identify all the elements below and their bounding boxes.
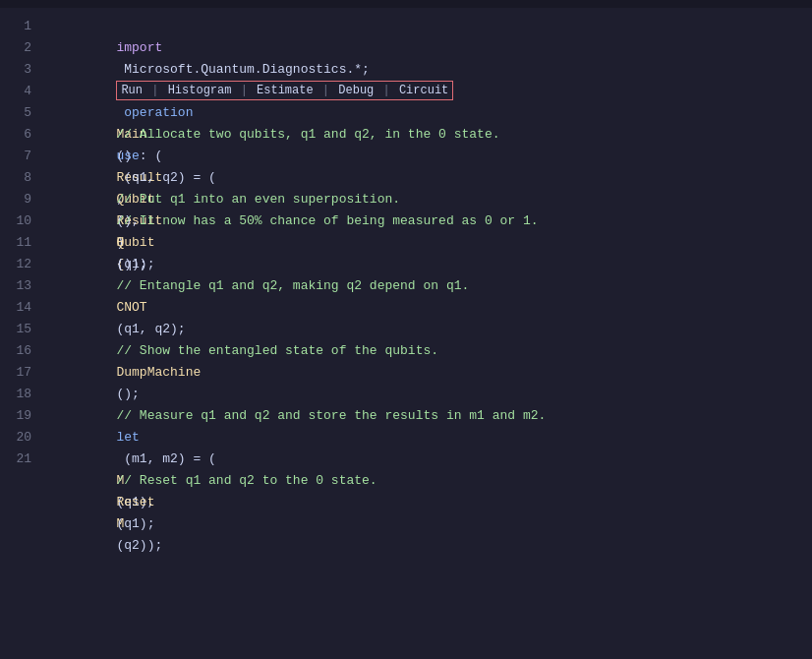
code-line-3: Run | Histogram | Estimate | Debug | Cir…: [47, 59, 812, 81]
code-line-2: [47, 37, 812, 59]
code-line-4: // Allocate two qubits, q1 and q2, in th…: [47, 81, 812, 102]
line-num-6: 6: [0, 124, 31, 146]
code-area: 1 2 3 4 5 6 7 8 9 10 11 12 13 14 15 16 1…: [0, 8, 812, 659]
line-num-15: 15: [0, 319, 31, 340]
code-line-18: let (m1, m2) = ( M (q1), M (q2));: [47, 384, 812, 405]
code-line-21: Reset (q1);: [47, 449, 812, 470]
line-num-4: 4: [0, 81, 31, 102]
editor: 1 2 3 4 5 6 7 8 9 10 11 12 13 14 15 16 1…: [0, 0, 812, 659]
line-num-9: 9: [0, 189, 31, 210]
code-line-16: [47, 340, 812, 362]
line-num-16: 16: [0, 340, 31, 362]
line-num-13: 13: [0, 275, 31, 297]
line-num-5: 5: [0, 102, 31, 124]
code-line-8: // It now has a 50% chance of being meas…: [47, 167, 812, 189]
line-num-19: 19: [0, 405, 31, 427]
m2-args: (q2));: [116, 538, 162, 553]
code-line-6: [47, 124, 812, 146]
code-line-5: use (q1, q2) = ( Qubit (), Qubit ());: [47, 102, 812, 124]
code-line-19: [47, 405, 812, 427]
line-num-2: 2: [0, 37, 31, 59]
line-num-21: 21: [0, 449, 31, 470]
code-line-20: // Reset q1 and q2 to the 0 state.: [47, 427, 812, 449]
line-num-7: 7: [0, 146, 31, 167]
line-num-14: 14: [0, 297, 31, 319]
code-line-15: DumpMachine ();: [47, 319, 812, 340]
code-line-12: CNOT (q1, q2);: [47, 254, 812, 275]
code-line-7: // Put q1 into an even superposition.: [47, 146, 812, 167]
code-line-13: [47, 275, 812, 297]
code-line-1: import Microsoft.Quantum.Diagnostics.*;: [47, 16, 812, 37]
line-num-18: 18: [0, 384, 31, 405]
code-line-11: // Entangle q1 and q2, making q2 depend …: [47, 232, 812, 254]
code-line-10: [47, 210, 812, 232]
line-num-11: 11: [0, 232, 31, 254]
code-line-17: // Measure q1 and q2 and store the resul…: [47, 362, 812, 384]
comment-line20: // Reset q1 and q2 to the 0 state.: [116, 473, 377, 488]
code-line-9: H (q1);: [47, 189, 812, 210]
func-reset: Reset: [116, 495, 154, 509]
line-num-1: 1: [0, 16, 31, 37]
line-numbers: 1 2 3 4 5 6 7 8 9 10 11 12 13 14 15 16 1…: [0, 8, 47, 659]
indent21: [116, 473, 146, 488]
line-num-3: 3: [0, 59, 31, 81]
line-num-8: 8: [0, 167, 31, 189]
code-content: import Microsoft.Quantum.Diagnostics.*; …: [47, 8, 812, 659]
top-bar: [0, 0, 812, 8]
line-num-12: 12: [0, 254, 31, 275]
line-num-10: 10: [0, 210, 31, 232]
code-line-14: // Show the entangled state of the qubit…: [47, 297, 812, 319]
reset-args: (q1);: [116, 516, 154, 531]
line-num-17: 17: [0, 362, 31, 384]
line-num-20: 20: [0, 427, 31, 449]
